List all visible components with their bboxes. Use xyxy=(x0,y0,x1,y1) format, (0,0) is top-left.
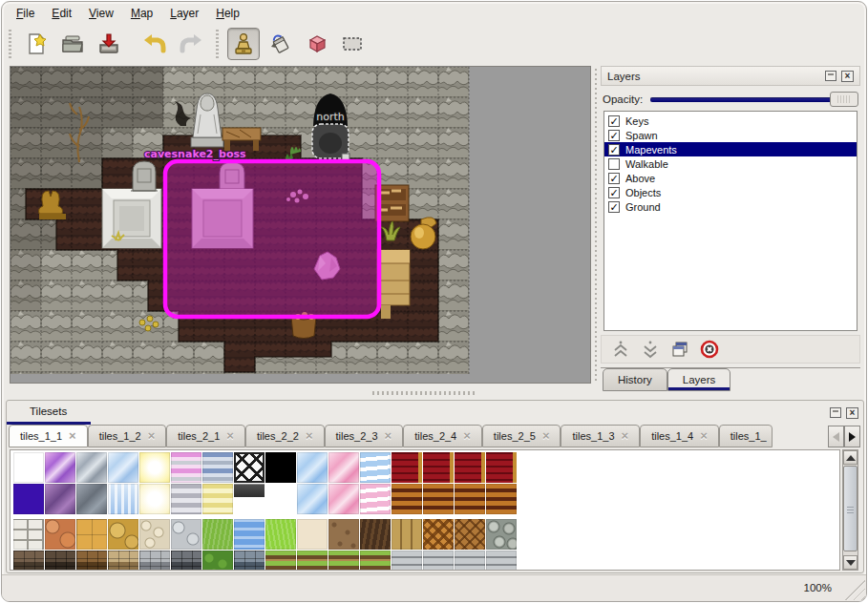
tileset-tab-tiles_1[interactable]: tiles_1_× xyxy=(719,425,773,447)
layer-visible-checkbox[interactable]: ✓ xyxy=(608,201,620,213)
tile-swatch-grass-bright[interactable] xyxy=(265,519,296,550)
select-tool-button[interactable] xyxy=(336,28,369,60)
tile-swatch-stripes-blue[interactable] xyxy=(202,452,233,483)
layer-visible-checkbox[interactable]: ✓ xyxy=(608,187,620,198)
tileset-tab-tiles_2_5[interactable]: tiles_2_5× xyxy=(482,425,561,447)
scroll-tabs-right-button[interactable] xyxy=(844,426,860,447)
tileset-grid[interactable] xyxy=(10,449,840,571)
tile-swatch-stone-planks[interactable] xyxy=(392,551,422,571)
tile-swatch-grass[interactable] xyxy=(202,519,233,550)
tile-swatch-glow-pale[interactable] xyxy=(139,484,170,514)
tile-swatch-curtain-blue[interactable] xyxy=(360,452,391,483)
tile-swatch-sand[interactable] xyxy=(297,519,328,550)
layer-visible-checkbox[interactable]: ✓ xyxy=(608,130,620,141)
tile-swatch-brick-gray[interactable] xyxy=(171,551,201,571)
delete-layer-button[interactable] xyxy=(698,338,721,361)
tile-swatch-black[interactable] xyxy=(265,452,296,483)
horizontal-splitter[interactable] xyxy=(2,387,866,399)
lower-layer-button[interactable] xyxy=(639,338,662,361)
menu-help[interactable]: Help xyxy=(207,5,248,22)
gravestone-object[interactable] xyxy=(131,161,158,191)
close-tilesets-icon[interactable]: × xyxy=(846,407,858,419)
tile-swatch-stripes-gray[interactable] xyxy=(171,484,201,514)
close-tab-icon[interactable]: × xyxy=(385,430,392,442)
menu-file[interactable]: File xyxy=(8,5,43,22)
layer-row-spawn[interactable]: ✓Spawn xyxy=(604,128,857,142)
new-map-button[interactable] xyxy=(20,28,53,60)
tile-swatch-hedge[interactable] xyxy=(202,551,233,571)
menu-layer[interactable]: Layer xyxy=(161,5,207,22)
tile-swatch-water2[interactable] xyxy=(234,519,265,550)
tile-swatch-brick-blue[interactable] xyxy=(234,551,265,571)
map-tilemap[interactable]: north xyxy=(11,67,469,374)
close-tab-icon[interactable]: × xyxy=(700,430,708,442)
map-canvas[interactable]: north xyxy=(10,66,591,384)
tile-swatch-stripes-pink[interactable] xyxy=(171,452,201,483)
raise-layer-button[interactable] xyxy=(609,338,632,361)
close-tab-icon[interactable]: × xyxy=(622,430,629,442)
stamp-tool-button[interactable] xyxy=(227,28,260,60)
tile-swatch-glass-blue2[interactable] xyxy=(297,484,328,514)
layer-row-above[interactable]: ✓Above xyxy=(604,171,857,185)
tile-swatch-glass-blue[interactable] xyxy=(108,452,138,483)
scroll-tabs-left-button[interactable] xyxy=(828,426,844,447)
opacity-slider[interactable] xyxy=(650,91,858,108)
tile-swatch-brick-dark[interactable] xyxy=(13,551,44,571)
menu-view[interactable]: View xyxy=(80,5,122,22)
tile-swatch-glow-yellow[interactable] xyxy=(139,452,170,483)
close-tab-icon[interactable]: × xyxy=(148,430,156,442)
tile-swatch-brick-brown[interactable] xyxy=(76,551,107,571)
tile-swatch-dirt[interactable] xyxy=(328,519,359,550)
open-button[interactable] xyxy=(56,28,89,60)
close-tab-icon[interactable]: × xyxy=(463,430,471,442)
layer-row-mapevents[interactable]: ✓Mapevents xyxy=(604,142,857,156)
layer-visible-checkbox[interactable]: ✓ xyxy=(608,173,620,184)
layer-visible-checkbox[interactable]: ✓ xyxy=(608,144,620,156)
close-panel-icon[interactable]: × xyxy=(841,71,854,82)
tile-swatch-stone-blocks[interactable] xyxy=(13,519,44,550)
close-tab-icon[interactable]: × xyxy=(69,430,76,442)
tile-swatch-water-anim[interactable] xyxy=(108,484,138,514)
tile-swatch-stone-planks[interactable] xyxy=(486,551,517,571)
tile-swatch-cobble-gray[interactable] xyxy=(171,519,201,550)
tile-swatch-stone-planks[interactable] xyxy=(423,551,454,571)
tile-swatch-planks-orange[interactable] xyxy=(455,484,485,514)
tile-swatch-glass-gray[interactable] xyxy=(76,452,107,483)
tileset-tab-tiles_1_2[interactable]: tiles_1_2× xyxy=(88,425,167,447)
tile-swatch-brick-dark2[interactable] xyxy=(45,551,75,571)
float-tilesets-icon[interactable] xyxy=(830,407,841,418)
tile-swatch-pebbles[interactable] xyxy=(139,519,170,550)
tile-swatch-farm[interactable] xyxy=(297,551,328,571)
layer-row-ground[interactable]: ✓Ground xyxy=(604,199,857,214)
scrollbar-thumb[interactable] xyxy=(843,466,857,551)
tile-swatch-planks-orange[interactable] xyxy=(423,484,454,514)
toolbar-drag-handle[interactable] xyxy=(7,30,13,58)
tileset-tab-tiles_2_1[interactable]: tiles_2_1× xyxy=(166,425,245,447)
close-tab-icon[interactable]: × xyxy=(226,430,234,442)
tile-swatch-planks-vert[interactable] xyxy=(392,519,422,550)
menu-edit[interactable]: Edit xyxy=(43,5,80,22)
layer-visible-checkbox[interactable]: ✓ xyxy=(608,115,620,127)
tile-swatch-wicker[interactable] xyxy=(423,519,454,550)
layer-visible-checkbox[interactable] xyxy=(608,158,620,170)
opacity-slider-handle[interactable] xyxy=(830,92,858,107)
scroll-down-button[interactable] xyxy=(843,555,857,570)
tile-swatch-farm[interactable] xyxy=(265,551,296,571)
tileset-tab-tiles_1_3[interactable]: tiles_1_3× xyxy=(561,425,640,447)
tile-swatch-carpet-red[interactable] xyxy=(423,452,454,483)
tileset-tab-tiles_1_1[interactable]: tiles_1_1× xyxy=(9,425,88,447)
tile-swatch-stone-gold[interactable] xyxy=(108,519,138,550)
tile-swatch-carpet-red[interactable] xyxy=(392,452,422,483)
layer-row-objects[interactable]: ✓Objects xyxy=(604,185,857,199)
tile-swatch-herringbone[interactable] xyxy=(455,519,485,550)
tile-swatch-stripes-yellow[interactable] xyxy=(202,484,233,514)
save-button[interactable] xyxy=(93,28,125,60)
tile-swatch-cobble-orange[interactable] xyxy=(45,519,75,550)
tile-swatch-glass-purple2[interactable] xyxy=(45,484,75,514)
close-tab-icon[interactable]: × xyxy=(542,430,550,442)
tile-swatch-glass-pink[interactable] xyxy=(328,484,359,514)
tile-swatch-white[interactable] xyxy=(13,452,44,483)
float-panel-icon[interactable] xyxy=(825,71,836,81)
tile-swatch-wood-dark[interactable] xyxy=(360,519,391,550)
duplicate-layer-button[interactable] xyxy=(668,338,691,361)
